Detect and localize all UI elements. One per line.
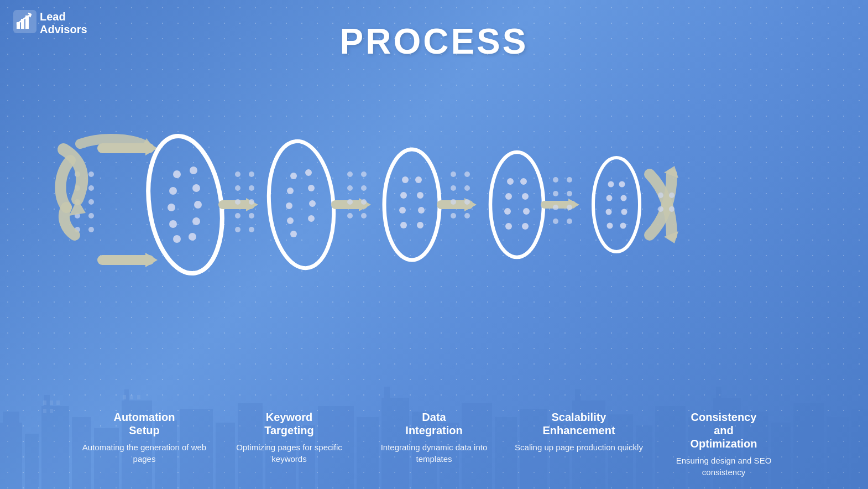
svg-point-154 [658, 206, 663, 212]
step-5-title: ConsistencyandOptimization [657, 410, 791, 450]
step-label-3: DataIntegration Integrating dynamic data… [362, 410, 506, 478]
svg-point-139 [553, 219, 558, 224]
diagram-container [47, 89, 821, 321]
step-labels: AutomationSetup Automating the generatio… [0, 410, 868, 478]
svg-point-116 [464, 171, 470, 177]
svg-point-104 [361, 213, 367, 219]
svg-point-72 [192, 217, 200, 225]
svg-point-54 [88, 185, 94, 191]
svg-point-149 [620, 223, 626, 229]
svg-point-79 [249, 185, 254, 191]
svg-point-131 [522, 223, 529, 230]
svg-point-138 [567, 205, 572, 210]
svg-point-74 [189, 233, 196, 241]
svg-point-144 [606, 195, 613, 201]
svg-point-110 [399, 207, 406, 214]
svg-point-126 [505, 193, 512, 200]
svg-point-136 [567, 191, 572, 196]
svg-point-97 [347, 171, 353, 177]
svg-point-77 [249, 171, 254, 177]
svg-rect-43 [123, 395, 126, 399]
svg-point-134 [567, 177, 572, 183]
step-4-desc: Scaling up page production quickly [512, 441, 646, 453]
svg-point-78 [235, 185, 240, 191]
svg-point-121 [451, 213, 456, 219]
svg-point-119 [451, 199, 456, 205]
svg-point-107 [415, 176, 422, 183]
svg-point-143 [619, 181, 625, 188]
svg-point-130 [505, 223, 512, 230]
svg-point-106 [402, 176, 409, 183]
svg-point-145 [621, 195, 627, 201]
svg-point-101 [347, 199, 353, 205]
svg-point-124 [507, 178, 514, 185]
svg-point-120 [464, 199, 470, 205]
svg-rect-26 [575, 389, 581, 403]
svg-marker-63 [145, 253, 158, 267]
svg-point-90 [308, 185, 315, 191]
svg-point-118 [464, 185, 470, 191]
svg-point-89 [287, 188, 294, 194]
svg-rect-39 [50, 400, 53, 405]
svg-point-140 [567, 219, 572, 224]
svg-point-135 [553, 191, 558, 196]
svg-point-103 [347, 213, 353, 219]
svg-rect-18 [384, 387, 390, 400]
svg-point-73 [173, 235, 181, 243]
svg-point-64 [140, 131, 231, 278]
svg-point-95 [290, 231, 297, 237]
svg-point-91 [286, 202, 292, 209]
svg-point-92 [309, 200, 316, 207]
step-2-desc: Optimizing pages for specific keywords [222, 441, 356, 465]
svg-point-83 [249, 213, 254, 219]
svg-point-68 [192, 184, 200, 192]
svg-rect-40 [56, 400, 60, 405]
svg-point-123 [490, 152, 543, 257]
svg-point-113 [417, 222, 423, 228]
svg-point-147 [621, 209, 628, 215]
svg-rect-32 [716, 387, 721, 400]
svg-point-60 [88, 227, 94, 232]
svg-point-71 [169, 220, 177, 228]
svg-point-99 [347, 185, 353, 191]
svg-point-141 [593, 158, 640, 252]
svg-point-102 [361, 199, 367, 205]
svg-point-94 [308, 215, 315, 222]
svg-point-88 [305, 169, 312, 176]
svg-point-70 [194, 201, 202, 209]
svg-point-81 [249, 199, 254, 205]
svg-point-152 [658, 193, 663, 198]
step-label-4: ScalabilityEnhancement Scaling up page p… [506, 410, 651, 478]
svg-point-56 [88, 199, 94, 205]
svg-point-146 [606, 209, 612, 215]
svg-rect-44 [130, 395, 133, 399]
step-2-title: KeywordTargeting [222, 410, 356, 437]
svg-point-128 [504, 208, 511, 215]
svg-point-105 [384, 149, 440, 260]
step-5-desc: Ensuring design and SEO consistency [657, 455, 791, 478]
svg-point-84 [235, 227, 240, 232]
svg-point-125 [520, 178, 527, 185]
svg-point-80 [235, 199, 240, 205]
svg-point-98 [361, 171, 367, 177]
svg-point-86 [264, 138, 339, 270]
svg-point-122 [464, 213, 470, 219]
svg-point-112 [400, 222, 407, 228]
step-label-5: ConsistencyandOptimization Ensuring desi… [651, 410, 796, 478]
svg-point-111 [418, 207, 425, 214]
svg-point-142 [608, 181, 614, 188]
step-1-desc: Automating the generation of web pages [77, 441, 211, 465]
svg-point-65 [173, 170, 181, 178]
svg-point-58 [88, 213, 94, 219]
page-title: PROCESS [0, 21, 868, 62]
svg-point-137 [553, 205, 558, 210]
svg-point-69 [168, 204, 175, 211]
svg-point-93 [287, 217, 294, 224]
svg-point-148 [607, 223, 613, 229]
svg-point-153 [669, 193, 674, 198]
step-1-title: AutomationSetup [77, 410, 211, 437]
svg-point-66 [190, 167, 197, 174]
step-label-2: KeywordTargeting Optimizing pages for sp… [217, 410, 362, 478]
svg-rect-45 [137, 395, 140, 399]
diagram-area [0, 89, 868, 321]
